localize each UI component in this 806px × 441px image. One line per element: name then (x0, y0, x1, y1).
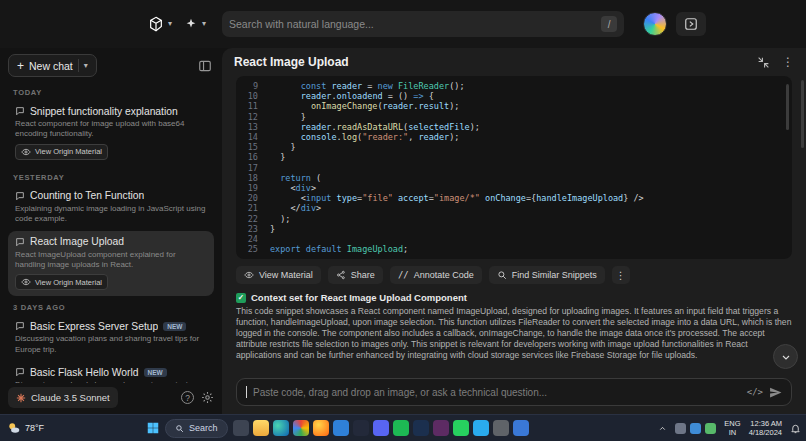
line-number: 9 (240, 81, 258, 91)
search-placeholder: Search with natural language... (229, 18, 601, 30)
line-number: 24 (240, 234, 258, 244)
code-line: 21 </div> (240, 203, 782, 213)
chip-label: View Origin Material (35, 278, 102, 287)
chat-item-header: Counting to Ten Function (15, 190, 207, 202)
view-material-button[interactable]: View Material (236, 266, 321, 284)
line-number: 25 (240, 244, 258, 254)
chat-list-item[interactable]: React Image UploadReact ImageUpload comp… (8, 231, 214, 297)
context-note: Context set for React Image Upload Compo… (251, 292, 467, 303)
weather-widget[interactable]: 78°F (7, 421, 44, 435)
share-button[interactable]: Share (328, 266, 383, 284)
line-number: 22 (240, 214, 258, 224)
action-label: Share (351, 270, 375, 280)
code-line: 9 const reader = new FileReader(); (240, 81, 782, 91)
sidebar-toggle-icon[interactable] (196, 57, 214, 75)
vscode-icon[interactable] (333, 420, 349, 436)
line-number: 21 (240, 203, 258, 213)
divider (78, 59, 79, 72)
view-origin-material-chip[interactable]: View Origin Material (15, 144, 108, 160)
steam-icon[interactable] (413, 420, 429, 436)
snippet-action-buttons: View MaterialShare//Annotate CodeFind Si… (236, 266, 605, 284)
collapse-icon[interactable] (757, 56, 770, 69)
open-in-window-button[interactable] (676, 12, 706, 36)
tray-app-icon[interactable] (690, 423, 701, 434)
line-number: 17 (240, 163, 258, 173)
copilot-menu-button[interactable]: ▾ (178, 11, 212, 37)
eye-icon (244, 270, 254, 280)
chat-list-item[interactable]: Basic Flask Hello WorldNEWDiscussing wee… (8, 361, 214, 383)
code-text: reader.readAsDataURL(selectedFile); (270, 122, 480, 132)
tray-app-icon[interactable] (675, 423, 686, 434)
weather-icon (7, 421, 21, 435)
global-search-input[interactable]: Search with natural language... / (222, 11, 624, 37)
notification-bell-icon[interactable] (790, 423, 801, 434)
file-explorer-icon[interactable] (253, 420, 269, 436)
code-line: 18 return ( (240, 173, 782, 183)
settings-gear-icon[interactable] (201, 391, 214, 404)
taskbar-center: Search (146, 415, 529, 441)
chevron-down-icon: ▾ (84, 62, 88, 70)
discord-icon[interactable] (373, 420, 389, 436)
action-label: Find Similar Snippets (512, 270, 597, 280)
new-chat-button[interactable]: + New chat ▾ (8, 54, 97, 77)
task-view-icon[interactable] (233, 420, 249, 436)
start-button[interactable] (146, 421, 160, 435)
model-selector[interactable]: Claude 3.5 Sonnet (8, 387, 118, 408)
chrome-browser-icon[interactable] (293, 420, 309, 436)
chat-list-item[interactable]: Basic Express Server SetupNEWDiscussing … (8, 315, 214, 360)
help-icon[interactable]: ? (181, 391, 194, 404)
tray-chevron-icon[interactable] (658, 424, 667, 433)
slack-icon[interactable] (433, 420, 449, 436)
obs-icon[interactable] (493, 420, 509, 436)
sidebar-header: + New chat ▾ (8, 54, 214, 77)
code-text: const reader = new FileReader(); (270, 81, 465, 91)
new-chat-label: New chat (29, 60, 73, 72)
chat-title: Basic Express Server Setup (30, 321, 158, 332)
line-number: 18 (240, 173, 258, 183)
firefox-browser-icon[interactable] (313, 420, 329, 436)
taskbar-apps (233, 420, 529, 436)
code-line: 25export default ImageUpload; (240, 244, 782, 254)
chat-title: Counting to Ten Function (30, 190, 144, 201)
scroll-to-bottom-button[interactable] (773, 344, 798, 369)
snippet-summary: This code snippet showcases a React comp… (236, 306, 792, 360)
language-indicator[interactable]: ENG IN (724, 419, 740, 437)
view-origin-material-chip[interactable]: View Origin Material (15, 274, 108, 290)
clock[interactable]: 12:36 AM 4/18/2024 (749, 419, 782, 437)
code-line: 24 (240, 234, 782, 244)
chat-bubble-icon (15, 367, 25, 377)
context-row: ✓ Context set for React Image Upload Com… (236, 292, 792, 303)
pieces-logo-button[interactable]: ▾ (142, 11, 178, 37)
edge-browser-icon[interactable] (273, 420, 289, 436)
annotate-code-button[interactable]: //Annotate Code (390, 266, 482, 284)
code-line: 15 } (240, 142, 782, 152)
find-similar-snippets-button[interactable]: Find Similar Snippets (489, 266, 605, 284)
code-snippet-card[interactable]: 9 const reader = new FileReader();10 rea… (236, 76, 792, 259)
tray-app-icon[interactable] (705, 423, 716, 434)
line-number: 11 (240, 101, 258, 111)
chat-list-item[interactable]: Snippet functionality explanationReact c… (8, 100, 214, 166)
mail-icon[interactable] (513, 420, 529, 436)
taskbar-search[interactable]: Search (165, 419, 228, 438)
chat-input[interactable]: Paste code, drag and drop an image, or a… (236, 378, 792, 406)
region-code: IN (724, 428, 740, 437)
kebab-menu-icon[interactable]: ⋮ (782, 56, 794, 68)
code-line: 20 <input type="file" accept="image/*" o… (240, 193, 782, 203)
code-line: 11 onImageChange(reader.result); (240, 101, 782, 111)
insert-code-icon[interactable]: </> (747, 387, 763, 397)
spotify-icon[interactable] (393, 420, 409, 436)
user-avatar[interactable] (643, 12, 667, 36)
popout-icon (684, 17, 698, 31)
slashes-icon: // (398, 270, 409, 280)
code-scrollbar[interactable] (786, 84, 789, 130)
panel-scrollbar[interactable] (801, 80, 804, 148)
chat-list-item[interactable]: Counting to Ten FunctionExplaining dynam… (8, 185, 214, 230)
whatsapp-icon[interactable] (453, 420, 469, 436)
terminal-icon[interactable] (353, 420, 369, 436)
code-line: 23} (240, 224, 782, 234)
snippet-more-button[interactable]: ⋮ (612, 266, 630, 284)
telegram-icon[interactable] (473, 420, 489, 436)
taskbar-search-label: Search (189, 423, 218, 433)
code-text: } (270, 112, 306, 122)
send-icon[interactable] (769, 386, 782, 399)
